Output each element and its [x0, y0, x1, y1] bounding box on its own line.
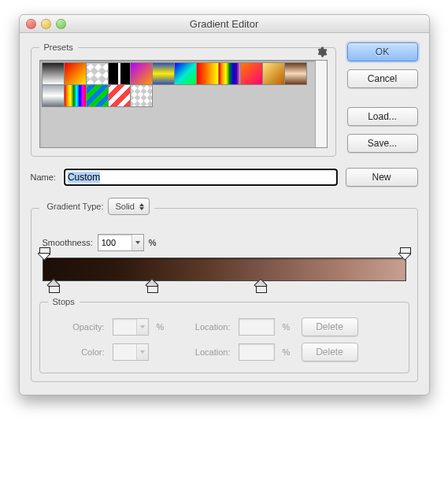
window-title: Gradient Editor	[20, 18, 429, 30]
color-delete-button: Delete	[302, 343, 358, 362]
color-location-label: Location:	[176, 347, 231, 357]
preset-swatch[interactable]	[42, 62, 65, 85]
preset-swatch[interactable]	[240, 62, 263, 85]
preset-swatch[interactable]	[64, 84, 87, 107]
stops-legend: Stops	[48, 297, 80, 306]
smoothness-value[interactable]	[98, 238, 131, 247]
color-stop[interactable]	[256, 280, 265, 291]
gradient-type-group: Gradient Type: Solid Smoothness: %	[31, 198, 418, 382]
smoothness-input[interactable]	[98, 234, 144, 251]
load-button[interactable]: Load...	[347, 107, 418, 126]
color-label: Color:	[50, 347, 105, 357]
new-button[interactable]: New	[346, 168, 418, 187]
name-input[interactable]	[64, 169, 338, 186]
stops-group: Stops Opacity: % Location: % Delete Colo…	[39, 297, 409, 373]
preset-swatch[interactable]	[64, 62, 87, 85]
opacity-label: Opacity:	[50, 322, 105, 332]
cancel-button[interactable]: Cancel	[347, 69, 418, 88]
preset-swatch[interactable]	[262, 62, 285, 85]
opacity-input	[113, 318, 149, 336]
titlebar[interactable]: Gradient Editor	[20, 15, 429, 33]
opacity-stop[interactable]	[39, 247, 49, 258]
color-location-input	[239, 343, 275, 361]
name-label: Name:	[31, 173, 56, 182]
preset-swatch[interactable]	[130, 84, 153, 107]
preset-swatch[interactable]	[86, 62, 109, 85]
opacity-delete-button: Delete	[302, 317, 358, 336]
opacity-location-unit: %	[283, 322, 294, 332]
window-controls	[26, 19, 66, 29]
preset-swatch[interactable]	[108, 84, 131, 107]
zoom-icon[interactable]	[56, 19, 66, 29]
preset-swatch[interactable]	[174, 62, 197, 85]
gear-icon[interactable]	[317, 46, 328, 58]
gradient-type-label: Gradient Type:	[47, 202, 104, 211]
color-stop[interactable]	[49, 280, 58, 291]
gradient-editor-window: Gradient Editor Presets	[19, 14, 430, 395]
color-chip	[113, 343, 149, 361]
save-button[interactable]: Save...	[347, 134, 418, 153]
opacity-stop[interactable]	[400, 247, 409, 258]
gradient-type-legend: Gradient Type: Solid	[39, 198, 154, 218]
presets-legend: Presets	[39, 43, 78, 52]
smoothness-unit: %	[149, 238, 157, 247]
color-location-unit: %	[283, 347, 294, 357]
chevron-down-icon	[136, 344, 148, 360]
presets-box	[39, 60, 328, 148]
gradient-type-value: Solid	[115, 202, 134, 211]
preset-swatch[interactable]	[284, 62, 307, 85]
presets-scrollbar[interactable]	[315, 61, 327, 147]
opacity-location-label: Location:	[176, 322, 231, 332]
preset-swatch[interactable]	[42, 84, 65, 107]
preset-swatch[interactable]	[152, 62, 175, 85]
chevron-down-icon[interactable]	[131, 235, 143, 250]
updown-icon	[138, 200, 146, 213]
gradient-type-select[interactable]: Solid	[108, 198, 149, 215]
close-icon[interactable]	[26, 19, 36, 29]
presets-group: Presets	[31, 43, 336, 157]
preset-swatch[interactable]	[108, 62, 131, 85]
opacity-location-input	[239, 318, 275, 336]
ok-button[interactable]: OK	[347, 43, 418, 61]
preset-swatch[interactable]	[218, 62, 241, 85]
color-stop[interactable]	[147, 280, 157, 291]
opacity-unit: %	[157, 322, 168, 332]
button-column: OK Cancel Load... Save...	[347, 43, 418, 153]
preset-swatch[interactable]	[196, 62, 219, 85]
preset-swatch[interactable]	[86, 84, 109, 107]
gradient-bar-area	[43, 258, 406, 281]
minimize-icon[interactable]	[41, 19, 51, 29]
preset-swatch-list	[40, 61, 315, 147]
gradient-bar[interactable]	[43, 258, 406, 281]
smoothness-label: Smoothness:	[43, 238, 93, 247]
chevron-down-icon	[136, 319, 148, 335]
preset-swatch[interactable]	[130, 62, 153, 85]
